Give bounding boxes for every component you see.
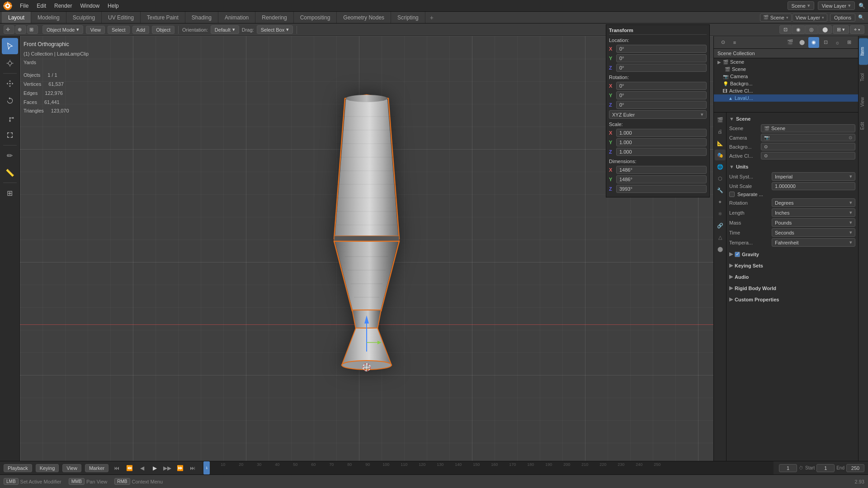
drag-selector[interactable]: Select Box ▾ bbox=[257, 25, 293, 34]
start-frame-input[interactable]: 1 bbox=[816, 464, 835, 472]
local-icon[interactable]: ⊙ bbox=[717, 37, 728, 48]
shading-wire[interactable]: ⊡ bbox=[779, 25, 792, 34]
ws-tab-animation[interactable]: Animation bbox=[218, 12, 255, 23]
shading-render[interactable]: ⬤ bbox=[818, 25, 832, 34]
measure-tool[interactable]: 📏 bbox=[2, 164, 18, 181]
ws-tab-rendering[interactable]: Rendering bbox=[255, 12, 293, 23]
marker-menu[interactable]: Marker bbox=[85, 464, 108, 472]
tree-item-background[interactable]: 💡 Backgro... bbox=[714, 80, 858, 87]
prop-tab-particles[interactable]: ✦ bbox=[715, 197, 726, 207]
ws-tab-geometry-nodes[interactable]: Geometry Nodes bbox=[337, 12, 391, 23]
options-btn[interactable]: Options bbox=[830, 14, 855, 22]
prop-tab-physics[interactable]: ⚛ bbox=[715, 208, 726, 219]
length-select[interactable]: Inches ▾ bbox=[772, 208, 855, 217]
move-tool[interactable] bbox=[2, 75, 18, 92]
view-layer-selector[interactable]: View Layer ▾ bbox=[818, 1, 855, 10]
unit-scale-value[interactable]: 1.000000 bbox=[772, 182, 855, 190]
search-area[interactable]: 🔍 bbox=[859, 3, 865, 9]
keying-menu[interactable]: Keying bbox=[36, 464, 59, 472]
scale-y-field[interactable]: 1.000 bbox=[616, 138, 707, 146]
keying-sets-header[interactable]: ▶ Keying Sets bbox=[729, 262, 855, 269]
jump-start-btn[interactable]: ⏮ bbox=[112, 464, 121, 473]
ws-tab-sculpting[interactable]: Sculpting bbox=[66, 12, 102, 23]
orientation-selector[interactable]: Default ▾ bbox=[211, 25, 239, 34]
prop-tab-object[interactable]: ⬡ bbox=[715, 173, 726, 184]
scene-icon-btn[interactable]: 🎬 Scene ▾ bbox=[760, 14, 792, 22]
toolbar-transform-icon[interactable]: ⊕ bbox=[15, 25, 26, 34]
audio-header[interactable]: ▶ Audio bbox=[729, 273, 855, 281]
scene-name-value[interactable]: 🎬 Scene bbox=[761, 124, 855, 132]
next-frame-btn[interactable]: ▶▶ bbox=[163, 464, 172, 473]
jump-end-btn[interactable]: ⏭ bbox=[188, 464, 197, 473]
gravity-checkbox[interactable]: ✓ bbox=[735, 252, 740, 257]
prop-tab-modifier[interactable]: 🔧 bbox=[715, 185, 726, 196]
scene-selector[interactable]: Scene ▾ bbox=[788, 1, 814, 10]
camera-value[interactable]: 📷 ⊙ bbox=[761, 134, 855, 141]
tree-item-camera[interactable]: 📷 Camera bbox=[714, 73, 858, 80]
ws-tab-modeling[interactable]: Modeling bbox=[31, 12, 66, 23]
cursor-tool[interactable] bbox=[2, 55, 18, 71]
view-menu[interactable]: View bbox=[86, 26, 105, 34]
toolbar-cursor-icon[interactable]: ✛ bbox=[4, 25, 14, 34]
ws-tab-layout[interactable]: Layout bbox=[2, 12, 31, 23]
rotate-tool[interactable] bbox=[2, 93, 18, 109]
blender-logo[interactable] bbox=[3, 1, 13, 11]
display-material[interactable]: ⬤ bbox=[797, 37, 807, 48]
temperature-select[interactable]: Fahrenheit ▾ bbox=[772, 238, 855, 247]
menu-file[interactable]: File bbox=[16, 2, 32, 10]
tree-item-lava[interactable]: ▲ LavaU... bbox=[714, 94, 858, 102]
annotate-tool[interactable]: ✏ bbox=[2, 147, 18, 164]
scene-collapse-header[interactable]: ▼ Scene bbox=[729, 115, 855, 122]
loc-x-field[interactable]: 0° bbox=[616, 45, 707, 53]
loc-y-field[interactable]: 0° bbox=[616, 54, 707, 62]
unit-system-select[interactable]: Imperial ▾ bbox=[772, 172, 855, 181]
prev-keyframe-btn[interactable]: ⏪ bbox=[125, 464, 134, 473]
ws-tab-uv-editing[interactable]: UV Editing bbox=[102, 12, 141, 23]
euler-selector[interactable]: XYZ Euler ▾ bbox=[609, 110, 707, 119]
item-tab[interactable]: Item bbox=[859, 38, 868, 65]
display-toggle[interactable]: ☼ bbox=[832, 37, 843, 48]
menu-help[interactable]: Help bbox=[104, 2, 123, 10]
select-menu[interactable]: Select bbox=[108, 26, 130, 34]
ws-tab-add[interactable]: + bbox=[425, 12, 438, 23]
dim-y-field[interactable]: 1486° bbox=[616, 175, 707, 183]
search-btn[interactable]: 🔍 bbox=[858, 14, 864, 20]
units-collapse-header[interactable]: ▼ Units bbox=[729, 163, 855, 170]
ws-tab-scripting[interactable]: Scripting bbox=[391, 12, 425, 23]
display-overlay[interactable]: ⊞ bbox=[844, 37, 854, 48]
ws-tab-shading[interactable]: Shading bbox=[185, 12, 218, 23]
end-frame-input[interactable]: 250 bbox=[846, 464, 864, 472]
mode-selector[interactable]: Object Mode ▾ bbox=[42, 25, 83, 34]
current-frame-input[interactable]: 1 bbox=[779, 464, 797, 472]
menu-edit[interactable]: Edit bbox=[33, 2, 50, 10]
gizmo-btn[interactable]: ⌖ ▾ bbox=[850, 25, 864, 34]
tree-item-scene-inner[interactable]: 🎬 Scene bbox=[714, 66, 858, 73]
filter-icon[interactable]: ≡ bbox=[729, 37, 740, 48]
next-keyframe-btn[interactable]: ⏩ bbox=[175, 464, 184, 473]
view-tab[interactable]: View bbox=[859, 90, 868, 114]
prop-tab-scene[interactable]: 🎭 bbox=[715, 150, 726, 160]
prop-tab-view-layer[interactable]: 📐 bbox=[715, 138, 726, 149]
rot-z-field[interactable]: 0° bbox=[616, 101, 707, 109]
bg-value[interactable]: ⊙ bbox=[761, 143, 855, 150]
display-wire[interactable]: ⊡ bbox=[820, 37, 831, 48]
select-tool[interactable] bbox=[2, 38, 18, 54]
gravity-collapse-header[interactable]: ▶ ✓ Gravity bbox=[729, 250, 855, 258]
tree-item-scene[interactable]: ▶ 🎬 Scene bbox=[714, 58, 858, 66]
prop-tab-material[interactable]: ⬤ bbox=[715, 244, 726, 254]
shading-material[interactable]: ◎ bbox=[805, 25, 818, 34]
edit-tab[interactable]: Edit bbox=[859, 115, 868, 136]
playback-menu[interactable]: Playback bbox=[4, 464, 32, 472]
rotation-select[interactable]: Degrees ▾ bbox=[772, 198, 855, 207]
active-clip-value[interactable]: ⊙ bbox=[761, 152, 855, 160]
loc-z-field[interactable]: 0° bbox=[616, 64, 707, 72]
object-menu[interactable]: Object bbox=[152, 26, 175, 34]
rot-x-field[interactable]: 0° bbox=[616, 82, 707, 90]
time-select[interactable]: Seconds ▾ bbox=[772, 228, 855, 237]
timeline-ruler[interactable]: 1 1 10 20 30 40 50 60 70 80 90 100 110 1… bbox=[203, 461, 774, 474]
rigid-body-header[interactable]: ▶ Rigid Body World bbox=[729, 284, 855, 292]
add-object-tool[interactable]: ⊞ bbox=[2, 185, 18, 201]
tool-tab[interactable]: Tool bbox=[859, 66, 868, 88]
add-menu[interactable]: Add bbox=[132, 26, 150, 34]
rot-y-field[interactable]: 0° bbox=[616, 91, 707, 99]
